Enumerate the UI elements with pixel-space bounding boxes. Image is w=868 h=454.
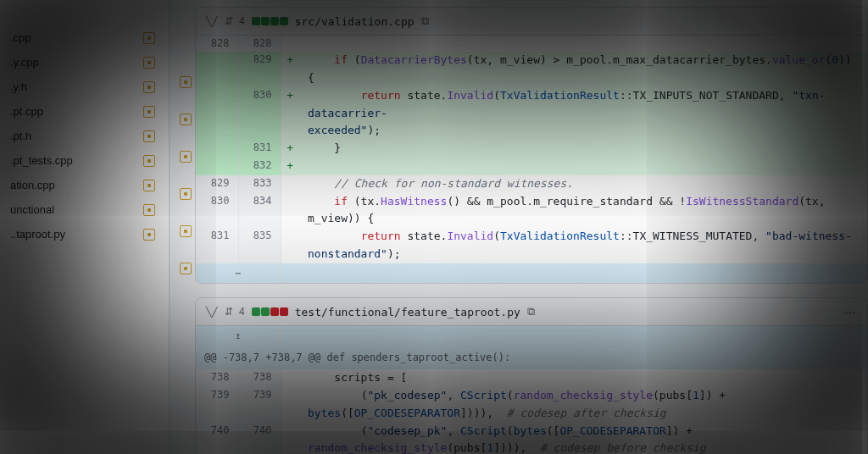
new-line-number: 832 bbox=[238, 158, 281, 175]
diff-file-header[interactable]: ╲╱⇵4src/validation.cpp⧉ bbox=[196, 8, 867, 36]
diff-code-line[interactable]: exceeded"); bbox=[196, 122, 867, 140]
diff-code-line[interactable]: bytes([OP_CODESEPARATOR]))), # codesep a… bbox=[196, 405, 867, 423]
diff-code-line[interactable]: nonstandard"); bbox=[196, 246, 867, 263]
diff-marker: + bbox=[281, 140, 299, 158]
diff-code-line[interactable]: 739739 ("pk_codesep", CScript(random_che… bbox=[196, 387, 867, 405]
diff-marker bbox=[281, 228, 299, 246]
copy-path-icon[interactable]: ⧉ bbox=[527, 305, 535, 318]
sidebar-item-label: .pt_tests.cpp bbox=[10, 154, 73, 167]
old-line-number bbox=[196, 87, 238, 123]
sidebar-item-label: .cpp bbox=[10, 31, 31, 44]
change-count: 4 bbox=[239, 306, 245, 318]
expand-all-icon[interactable]: ⇵ bbox=[225, 15, 232, 27]
code-content: scripts = [ bbox=[299, 369, 867, 387]
review-mark-icon[interactable] bbox=[180, 76, 192, 88]
old-line-number: 739 bbox=[196, 387, 238, 405]
diff-marker: + bbox=[281, 52, 299, 87]
review-marks-gutter bbox=[176, 7, 195, 454]
diff-code-line[interactable]: 830834 if (tx.HasWitness() && m_pool.m_r… bbox=[196, 193, 867, 229]
old-line-number bbox=[196, 158, 238, 175]
new-line-number: 830 bbox=[238, 87, 281, 123]
chevron-down-icon[interactable]: ╲╱ bbox=[206, 307, 218, 318]
expand-hunk-button[interactable]: ⋯ bbox=[196, 263, 867, 284]
diff-code-line[interactable]: 831+ } bbox=[196, 140, 867, 158]
diff-marker: + bbox=[281, 87, 299, 123]
file-path[interactable]: test/functional/feature_taproot.py bbox=[295, 306, 520, 318]
sidebar-file-item[interactable]: .pt.cpp bbox=[3, 99, 165, 124]
diff-code-line[interactable]: 830+ return state.Invalid(TxValidationRe… bbox=[196, 87, 867, 123]
diff-marker bbox=[281, 175, 299, 193]
modified-icon bbox=[143, 106, 155, 118]
sidebar-item-label: .y.h bbox=[10, 80, 27, 93]
diff-marker bbox=[281, 36, 299, 52]
diff-file-block: ╲╱⇵4src/validation.cpp⧉828828829+ if (Da… bbox=[195, 7, 868, 284]
sidebar-file-item[interactable]: .y.h bbox=[3, 75, 165, 99]
modified-icon bbox=[143, 130, 155, 142]
diff-code-line[interactable]: 740740 ("codesep_pk", CScript(bytes([OP_… bbox=[196, 423, 867, 440]
diff-table: 828828829+ if (DatacarrierBytes(tx, m_vi… bbox=[196, 36, 867, 283]
diff-main-pane: ╲╱⇵4src/validation.cpp⧉828828829+ if (Da… bbox=[170, 0, 868, 454]
expand-all-icon[interactable]: ⇵ bbox=[225, 306, 232, 318]
file-path[interactable]: src/validation.cpp bbox=[295, 15, 415, 28]
copy-path-icon[interactable]: ⧉ bbox=[421, 14, 429, 28]
sidebar-file-item[interactable]: ..taproot.py bbox=[3, 222, 165, 246]
old-line-number bbox=[196, 52, 238, 87]
review-mark-icon[interactable] bbox=[180, 114, 192, 125]
code-content: if (DatacarrierBytes(tx, m_view) > m_poo… bbox=[299, 52, 867, 87]
old-line-number: 828 bbox=[196, 36, 238, 52]
review-mark-icon[interactable] bbox=[180, 151, 192, 163]
code-content: ("codesep_pk", CScript(bytes([OP_CODESEP… bbox=[299, 423, 867, 440]
diff-file-header[interactable]: ╲╱⇵4test/functional/feature_taproot.py⧉⋯ bbox=[196, 298, 867, 326]
expand-hunk-button[interactable]: ↥ bbox=[196, 326, 867, 346]
file-menu-icon[interactable]: ⋯ bbox=[844, 306, 857, 318]
new-line-number: 738 bbox=[238, 369, 281, 387]
sidebar-file-item[interactable]: .y.cpp bbox=[3, 50, 165, 75]
diffstat-chips bbox=[252, 17, 288, 25]
diff-file-block: ╲╱⇵4test/functional/feature_taproot.py⧉⋯… bbox=[195, 297, 868, 454]
diff-code-line[interactable]: 738738 scripts = [ bbox=[196, 369, 867, 387]
diff-code-line[interactable]: 832+ bbox=[196, 158, 867, 175]
modified-icon bbox=[143, 32, 155, 44]
diff-marker bbox=[281, 193, 299, 229]
sidebar-file-item[interactable]: unctional bbox=[3, 197, 165, 222]
new-line-number: 828 bbox=[238, 36, 281, 52]
file-tree-sidebar: .cpp.y.cpp.y.h.pt.cpp.pt.h.pt_tests.cppa… bbox=[0, 0, 170, 454]
new-line-number: 739 bbox=[238, 387, 281, 405]
new-line-number: 831 bbox=[238, 140, 281, 158]
review-mark-icon[interactable] bbox=[180, 263, 192, 274]
sidebar-file-item[interactable]: .pt_tests.cpp bbox=[3, 148, 165, 173]
sidebar-file-item[interactable]: .pt.h bbox=[3, 124, 165, 148]
code-content bbox=[299, 158, 867, 175]
sidebar-item-label: .pt.h bbox=[10, 130, 31, 142]
sidebar-item-label: ..taproot.py bbox=[10, 228, 65, 241]
old-line-number: 740 bbox=[196, 423, 238, 440]
sidebar-item-label: ation.cpp bbox=[10, 179, 55, 191]
sidebar-file-item[interactable]: .cpp bbox=[3, 25, 165, 50]
old-line-number bbox=[196, 140, 238, 158]
old-line-number: 738 bbox=[196, 369, 238, 387]
old-line-number: 829 bbox=[196, 175, 238, 193]
diff-code-line[interactable]: 828828 bbox=[196, 36, 867, 52]
code-content: ("pk_codesep", CScript(random_checksig_s… bbox=[299, 387, 867, 405]
code-content: return state.Invalid(TxValidationResult:… bbox=[299, 228, 867, 246]
chevron-down-icon[interactable]: ╲╱ bbox=[206, 16, 218, 27]
sidebar-file-item[interactable]: ation.cpp bbox=[3, 173, 165, 197]
hunk-header[interactable]: @@ -738,7 +738,7 @@ def spenders_taproot… bbox=[196, 346, 867, 369]
diff-marker bbox=[281, 423, 299, 440]
diff-marker bbox=[281, 369, 299, 387]
new-line-number: 834 bbox=[238, 193, 281, 229]
new-line-number: 740 bbox=[238, 423, 281, 440]
new-line-number: 833 bbox=[238, 175, 281, 193]
diff-marker: + bbox=[281, 158, 299, 175]
code-content: if (tx.HasWitness() && m_pool.m_require_… bbox=[299, 193, 867, 229]
diff-code-line[interactable]: 829+ if (DatacarrierBytes(tx, m_view) > … bbox=[196, 52, 867, 87]
code-content: return state.Invalid(TxValidationResult:… bbox=[299, 87, 867, 123]
new-line-number: 835 bbox=[238, 228, 281, 246]
diff-code-line[interactable]: 829833 // Check for non-standard witness… bbox=[196, 175, 867, 193]
review-mark-icon[interactable] bbox=[180, 188, 192, 200]
diff-code-line[interactable]: random_checksig_style(pubs[1]))), # code… bbox=[196, 440, 867, 454]
diff-code-line[interactable]: 831835 return state.Invalid(TxValidation… bbox=[196, 228, 867, 246]
review-mark-icon[interactable] bbox=[180, 225, 192, 237]
modified-icon bbox=[143, 81, 155, 93]
sidebar-item-label: .y.cpp bbox=[10, 56, 39, 69]
